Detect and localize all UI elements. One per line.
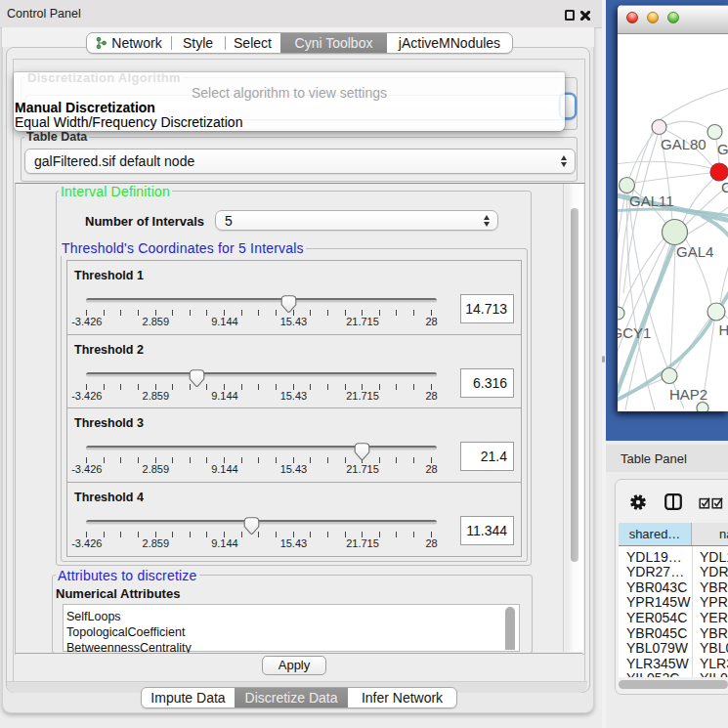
svg-text:GAL80: GAL80 <box>661 136 707 152</box>
svg-text:GCY1: GCY1 <box>618 324 651 341</box>
svg-text:GAL4: GAL4 <box>676 243 713 260</box>
svg-text:GAL: GAL <box>717 141 728 157</box>
svg-text:GAL11: GAL11 <box>629 193 674 209</box>
svg-text:HA: HA <box>719 321 728 338</box>
svg-text:C: C <box>721 179 728 195</box>
svg-text:HAP2: HAP2 <box>669 386 707 403</box>
